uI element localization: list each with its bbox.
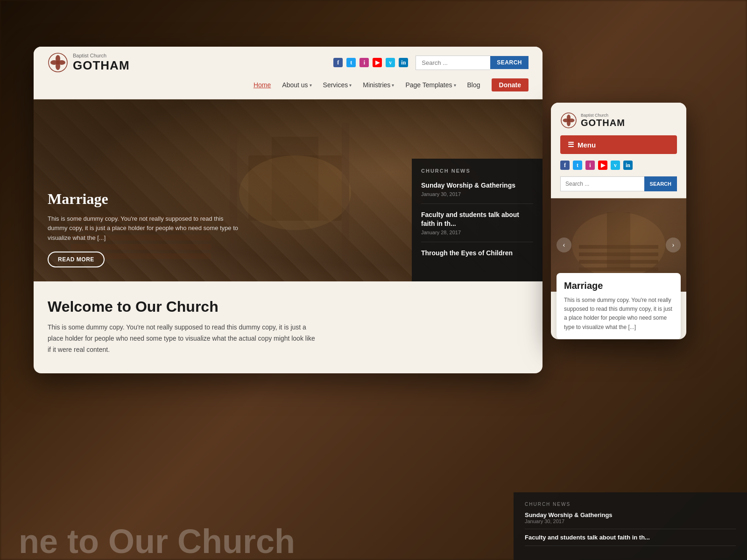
hero-body: This is some dummy copy. You're not real…	[48, 214, 244, 243]
nav-services[interactable]: Services ▾	[323, 81, 352, 89]
church-news-panel: CHURCH NEWS Sunday Worship & Gatherings …	[412, 159, 543, 281]
nav-ministries[interactable]: Ministries ▾	[363, 81, 394, 89]
linkedin-icon[interactable]: in	[399, 58, 408, 67]
header-right: f t i ▶ v in SEARCH	[333, 56, 529, 70]
mobile-twitter-icon[interactable]: t	[573, 161, 582, 170]
hero-content: Marriage This is some dummy copy. You're…	[48, 190, 244, 267]
youtube-icon[interactable]: ▶	[373, 58, 382, 67]
nav-donate[interactable]: Donate	[492, 78, 529, 91]
news-title-1[interactable]: Sunday Worship & Gatherings	[421, 181, 533, 189]
header-top: Baptist Church GOTHAM f t i ▶ v in SEARC…	[48, 52, 529, 73]
site-header: Baptist Church GOTHAM f t i ▶ v in SEARC…	[34, 47, 543, 99]
news-item-3: Through the Eyes of Children	[421, 249, 533, 266]
nav-about[interactable]: About us ▾	[282, 81, 311, 89]
header-search-button[interactable]: SEARCH	[490, 56, 529, 69]
svg-point-21	[567, 119, 570, 122]
site-nav: Home About us ▾ Services ▾ Ministries ▾ …	[48, 77, 529, 93]
logo-area: Baptist Church GOTHAM	[48, 52, 130, 73]
nav-blog[interactable]: Blog	[467, 81, 480, 89]
carousel-next-button[interactable]: ›	[666, 238, 681, 252]
news-item-2: Faculty and students talk about faith in…	[421, 210, 533, 242]
news-date-2: January 28, 2017	[421, 230, 533, 235]
facebook-icon[interactable]: f	[333, 58, 343, 67]
welcome-section: Welcome to Our Church This is some dummy…	[34, 281, 543, 366]
svg-point-13	[239, 155, 351, 230]
twitter-icon[interactable]: t	[346, 58, 356, 67]
logo-icon	[48, 52, 68, 73]
nav-page-templates[interactable]: Page Templates ▾	[405, 81, 456, 89]
welcome-title: Welcome to Our Church	[48, 298, 529, 315]
read-more-button[interactable]: READ MORE	[48, 252, 105, 267]
mobile-card-body: This is some dummy copy. You're not real…	[564, 296, 673, 332]
svg-point-5	[56, 61, 60, 64]
bg-news-item-1: Sunday Worship & Gatherings January 30, …	[525, 511, 736, 529]
main-browser-window: Baptist Church GOTHAM f t i ▶ v in SEARC…	[34, 47, 543, 373]
instagram-icon[interactable]: i	[359, 58, 369, 67]
about-chevron-icon: ▾	[310, 83, 312, 88]
nav-home[interactable]: Home	[254, 81, 271, 89]
mobile-search-button[interactable]: SEARCH	[644, 176, 677, 191]
social-icons: f t i ▶ v in	[333, 58, 408, 67]
header-search-area: SEARCH	[416, 56, 529, 70]
news-label: CHURCH NEWS	[421, 168, 533, 174]
news-date-1: January 30, 2017	[421, 191, 533, 197]
mobile-search-input[interactable]	[560, 176, 644, 191]
mobile-search-area: SEARCH	[560, 176, 677, 191]
logo-text: Baptist Church GOTHAM	[73, 53, 130, 73]
services-chevron-icon: ▾	[349, 83, 352, 88]
news-item-1: Sunday Worship & Gatherings January 30, …	[421, 181, 533, 204]
mobile-logo-icon	[560, 112, 577, 129]
mobile-logo-text: Baptist Church GOTHAM	[581, 113, 625, 128]
mobile-youtube-icon[interactable]: ▶	[598, 161, 607, 170]
svg-rect-15	[342, 123, 349, 281]
carousel-prev-button[interactable]: ‹	[557, 238, 571, 252]
vimeo-icon[interactable]: v	[386, 58, 395, 67]
mobile-card-title: Marriage	[564, 280, 673, 291]
hero-section: Marriage This is some dummy copy. You're…	[34, 99, 543, 281]
mobile-card: Marriage This is some dummy copy. You're…	[557, 273, 681, 339]
page-templates-chevron-icon: ▾	[454, 83, 456, 88]
mobile-linkedin-icon[interactable]: in	[623, 161, 633, 170]
hero-title: Marriage	[48, 190, 244, 208]
news-title-3[interactable]: Through the Eyes of Children	[421, 249, 533, 257]
mobile-menu-button[interactable]: ☰ Menu	[560, 135, 677, 154]
header-search-input[interactable]	[416, 56, 490, 70]
mobile-facebook-icon[interactable]: f	[560, 161, 570, 170]
svg-rect-29	[607, 212, 630, 268]
mobile-browser-window: Baptist Church GOTHAM ☰ Menu f t i ▶ v i…	[551, 103, 686, 339]
ministries-chevron-icon: ▾	[392, 83, 394, 88]
mobile-instagram-icon[interactable]: i	[585, 161, 595, 170]
bg-news-item-2: Faculty and students talk about faith in…	[525, 534, 736, 546]
news-title-2[interactable]: Faculty and students talk about faith in…	[421, 210, 533, 227]
hamburger-icon: ☰	[568, 140, 574, 149]
welcome-body: This is some dummy copy. You're not real…	[48, 322, 318, 355]
mobile-logo-area: Baptist Church GOTHAM	[560, 112, 677, 129]
bg-news-panel: CHURCH NEWS Sunday Worship & Gatherings …	[514, 492, 747, 560]
mobile-header: Baptist Church GOTHAM ☰ Menu f t i ▶ v i…	[551, 103, 686, 198]
mobile-vimeo-icon[interactable]: v	[611, 161, 620, 170]
mobile-social-icons: f t i ▶ v in	[560, 161, 677, 170]
